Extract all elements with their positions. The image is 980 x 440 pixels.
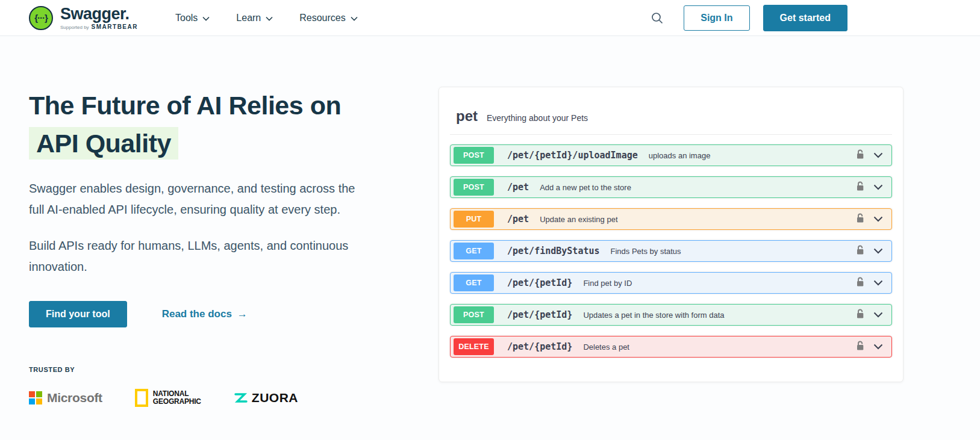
chevron-down-icon[interactable] [873, 150, 883, 161]
nav-item-tools[interactable]: Tools [175, 13, 210, 23]
title-text: The Future of AI Relies on [29, 91, 341, 120]
api-tag-description: Everything about your Pets [487, 113, 588, 123]
sign-in-button[interactable]: Sign In [684, 5, 749, 31]
unlock-icon[interactable] [856, 245, 864, 258]
endpoint-row[interactable]: POST /pet Add a new pet to the store [450, 176, 892, 198]
main-nav: Tools Learn Resources [175, 13, 358, 23]
zuora-logo: ZUORA [234, 391, 298, 405]
nav-item-resources[interactable]: Resources [299, 13, 357, 23]
chevron-down-icon [351, 16, 358, 21]
docs-link-label: Read the docs [162, 308, 232, 320]
nav-item-learn[interactable]: Learn [236, 13, 273, 23]
zuora-logo-text: ZUORA [252, 391, 298, 405]
unlock-icon[interactable] [856, 213, 864, 226]
endpoint-summary: Updates a pet in the store with form dat… [583, 311, 724, 320]
arrow-right-icon: → [237, 308, 248, 320]
unlock-icon[interactable] [856, 181, 864, 194]
site-header: {···} Swagger. Supported by SMARTBEAR To… [0, 0, 980, 36]
trusted-by-label: TRUSTED BY [29, 366, 366, 373]
endpoint-row[interactable]: POST /pet/{petId}/uploadImage uploads an… [450, 144, 892, 166]
endpoint-summary: Add a new pet to the store [540, 183, 631, 192]
swagger-logo-icon: {···} [29, 6, 53, 30]
method-badge: PUT [454, 211, 494, 228]
zuora-logo-icon [234, 392, 248, 404]
read-the-docs-link[interactable]: Read the docs → [162, 308, 248, 320]
hero-section: The Future of AI Relies on API Quality S… [0, 36, 980, 440]
endpoint-path: /pet/findByStatus [507, 246, 600, 256]
chevron-down-icon [202, 16, 210, 21]
trusted-logos: Microsoft NATIONAL GEOGRAPHIC ZUORA [29, 389, 366, 407]
nav-label: Resources [299, 13, 345, 23]
nav-label: Tools [175, 13, 198, 23]
method-badge: POST [454, 147, 494, 164]
title-highlight: API Quality [29, 127, 178, 160]
unlock-icon[interactable] [856, 309, 864, 321]
method-badge: DELETE [454, 338, 494, 355]
chevron-down-icon[interactable] [873, 309, 883, 320]
method-badge: GET [454, 274, 494, 291]
endpoint-summary: Find pet by ID [583, 279, 632, 288]
natgeo-frame-icon [135, 389, 148, 407]
national-geographic-logo: NATIONAL GEOGRAPHIC [135, 389, 201, 407]
endpoint-row[interactable]: POST /pet/{petId} Updates a pet in the s… [450, 304, 892, 326]
chevron-down-icon[interactable] [873, 182, 883, 193]
api-tag-name: pet [456, 108, 478, 125]
unlock-icon[interactable] [856, 341, 864, 353]
brand-name: Swagger. [60, 6, 138, 22]
microsoft-logo-icon [29, 391, 42, 404]
smartbear-label: SMARTBEAR [92, 24, 138, 30]
hero-paragraph-1: Swagger enables design, governance, and … [29, 178, 364, 220]
endpoint-summary: uploads an image [649, 151, 711, 160]
endpoint-row[interactable]: GET /pet/{petId} Find pet by ID [450, 272, 892, 294]
endpoint-path: /pet [507, 214, 529, 225]
chevron-down-icon[interactable] [873, 246, 883, 256]
endpoint-row[interactable]: PUT /pet Update an existing pet [450, 208, 892, 230]
method-badge: POST [454, 306, 494, 323]
endpoint-summary: Deletes a pet [583, 342, 629, 352]
get-started-button[interactable]: Get started [763, 5, 847, 31]
unlock-icon[interactable] [856, 149, 864, 162]
method-badge: GET [454, 243, 494, 259]
endpoint-path: /pet/{petId} [507, 341, 572, 352]
endpoint-path: /pet [507, 182, 529, 193]
endpoint-summary: Finds Pets by status [611, 247, 681, 256]
endpoint-summary: Update an existing pet [540, 215, 617, 224]
endpoint-path: /pet/{petId} [507, 309, 572, 320]
supported-by-label: Supported by [60, 25, 89, 30]
swagger-ui-panel: pet Everything about your Pets POST /pet… [439, 87, 904, 382]
chevron-down-icon[interactable] [873, 341, 883, 352]
chevron-down-icon[interactable] [873, 277, 883, 288]
hero-paragraph-2: Build APIs ready for humans, LLMs, agent… [29, 235, 364, 277]
microsoft-logo: Microsoft [29, 391, 102, 405]
page-title: The Future of AI Relies on API Quality [29, 87, 357, 163]
endpoint-row[interactable]: GET /pet/findByStatus Finds Pets by stat… [450, 240, 892, 262]
api-tag-header: pet Everything about your Pets [450, 103, 892, 135]
chevron-down-icon[interactable] [873, 214, 883, 225]
endpoint-list: POST /pet/{petId}/uploadImage uploads an… [450, 144, 892, 358]
endpoint-path: /pet/{petId}/uploadImage [507, 150, 638, 161]
swagger-logo[interactable]: {···} Swagger. Supported by SMARTBEAR [29, 6, 138, 30]
search-icon[interactable] [651, 12, 663, 24]
nav-label: Learn [236, 13, 261, 23]
endpoint-row[interactable]: DELETE /pet/{petId} Deletes a pet [450, 336, 892, 358]
endpoint-path: /pet/{petId} [507, 277, 572, 288]
natgeo-text-line2: GEOGRAPHIC [153, 398, 201, 406]
find-your-tool-button[interactable]: Find your tool [29, 301, 127, 327]
method-badge: POST [454, 179, 494, 196]
microsoft-logo-text: Microsoft [47, 391, 102, 405]
chevron-down-icon [266, 16, 273, 21]
unlock-icon[interactable] [856, 277, 864, 290]
